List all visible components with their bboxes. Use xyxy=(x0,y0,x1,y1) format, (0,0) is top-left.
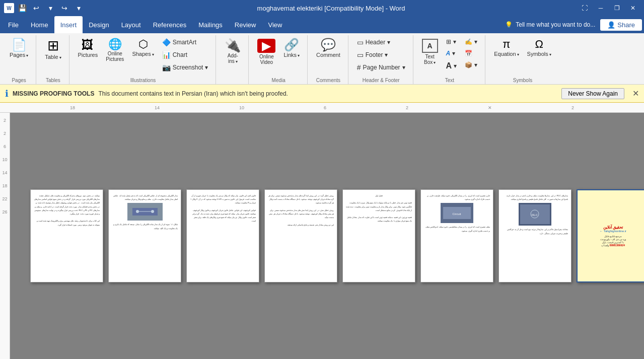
ribbon-group-tables: ⊞ Table▾ Tables xyxy=(37,35,69,84)
date-time-button[interactable]: 📅 xyxy=(461,48,481,59)
svg-text:RLC: RLC xyxy=(532,213,538,217)
smartart-button[interactable]: 🔷 SmartArt xyxy=(159,36,212,48)
ruler-numbers: 18 14 10 6 2 ✕ 2 xyxy=(10,105,634,110)
page-content-1: میباشد. در بخش دوم، نیروهای محرکه الکتری… xyxy=(31,190,103,282)
signature-line-button[interactable]: ✍ ▾ xyxy=(461,36,481,47)
pages-button[interactable]: 📄 Pages▾ xyxy=(6,36,32,60)
screenshot-button[interactable]: 📷 Screenshot ▾ xyxy=(159,61,212,74)
menu-mailings[interactable]: Mailings xyxy=(192,16,229,33)
shapes-button[interactable]: ⬡ Shapes▾ xyxy=(128,36,157,59)
pages-group-label: Pages xyxy=(12,78,26,83)
wordart-icon: A xyxy=(446,50,451,57)
page-thumbnail-3[interactable]: قانون اهم: این قانون بیان میکند که ولتاژ… xyxy=(186,189,259,282)
shapes-label: Shapes▾ xyxy=(132,51,154,57)
never-show-again-button[interactable]: Never Show Again xyxy=(561,88,624,99)
tell-me-input[interactable]: 💡 Tell me what you want to do... xyxy=(500,19,600,30)
screenshot-label: Screenshot xyxy=(173,64,203,71)
notification-close-button[interactable]: ✕ xyxy=(632,89,639,98)
menu-layout[interactable]: Layout xyxy=(115,16,147,33)
page-thumbnail-2[interactable]: مدار الکتریکی مجموعه ای از عناصر الکتریک… xyxy=(108,189,181,282)
header-icon: ▭ xyxy=(357,38,364,46)
undo-dropdown[interactable]: ▾ xyxy=(44,2,56,14)
redo-button[interactable]: ↪ xyxy=(58,2,70,14)
ribbon-group-header-footer-content: ▭ Header ▾ ▭ Footer ▾ # Page Number ▾ xyxy=(353,36,409,77)
undo-button[interactable]: ↩ xyxy=(30,2,42,14)
customize-qat-button[interactable]: ▾ xyxy=(73,2,85,14)
page-thumbnail-8[interactable]: تحقیق آنلاین Tahghighonline.ir ← مرجع دا… xyxy=(577,189,644,282)
comments-group-label: Comments xyxy=(316,78,340,83)
smartart-icon: 🔷 xyxy=(162,38,171,46)
menu-file[interactable]: File xyxy=(2,16,25,33)
equation-button[interactable]: π Equation▾ xyxy=(490,36,522,59)
page-thumbnail-5[interactable]: فصل اول قضیه تونن: هر مدار خطی با دو پای… xyxy=(342,189,415,282)
symbols-group-label: Symbols xyxy=(513,78,532,83)
links-button[interactable]: 🔗 Links▾ xyxy=(280,36,303,60)
page-number-dropdown: ▾ xyxy=(402,64,405,71)
save-button[interactable]: 💾 xyxy=(16,2,28,14)
notification-bar: ℹ MISSING PROOFING TOOLS This document c… xyxy=(0,85,644,103)
pages-area: میباشد. در بخش دوم، نیروهای محرکه الکتری… xyxy=(10,113,644,359)
text-box-icon: A xyxy=(422,39,438,53)
page-number-button[interactable]: # Page Number ▾ xyxy=(353,61,409,74)
screenshot-icon: 📷 xyxy=(162,63,171,71)
dropcap-button[interactable]: A ▾ xyxy=(443,59,461,73)
signature-line-icon: ✍ xyxy=(465,38,472,45)
lightbulb-icon: 💡 xyxy=(505,21,513,28)
online-video-button[interactable]: ▶ OnlineVideo xyxy=(254,36,279,67)
shapes-icon: ⬡ xyxy=(138,39,148,50)
ribbon-group-symbols: π Equation▾ Ω Symbols▾ Symbols xyxy=(486,35,559,84)
wordart-button[interactable]: A ▾ xyxy=(443,48,461,59)
ribbon-group-addins: 🔌 Add-ins▾ xyxy=(217,35,249,84)
menu-review[interactable]: Review xyxy=(229,16,262,33)
links-label: Links▾ xyxy=(283,52,300,58)
chart-button[interactable]: 📊 Chart xyxy=(159,49,212,61)
footer-button[interactable]: ▭ Footer ▾ xyxy=(353,49,409,61)
addins-label: Add-ins▾ xyxy=(228,53,238,64)
share-button[interactable]: 👤 Share xyxy=(600,19,642,31)
chart-icon: 📊 xyxy=(162,51,171,59)
text-box-button[interactable]: A TextBox▾ xyxy=(418,36,442,67)
footer-dropdown: ▾ xyxy=(385,51,388,58)
close-button[interactable]: ✕ xyxy=(626,1,640,15)
header-button[interactable]: ▭ Header ▾ xyxy=(353,36,409,48)
menu-design[interactable]: Design xyxy=(83,16,115,33)
online-pictures-icon: 🌐 xyxy=(108,39,122,50)
symbols-button[interactable]: Ω Symbols▾ xyxy=(524,36,555,59)
vertical-ruler: 2 2 6 10 14 18 22 26 xyxy=(0,113,10,359)
menu-bar: File Home Insert Design Layout Reference… xyxy=(0,16,644,33)
page-content-8-ad: تحقیق آنلاین Tahghighonline.ir ← مرجع دا… xyxy=(578,190,644,281)
addins-button[interactable]: 🔌 Add-ins▾ xyxy=(221,36,244,66)
table-button[interactable]: ⊞ Table▾ xyxy=(41,36,64,62)
online-video-label: OnlineVideo xyxy=(259,54,274,65)
menu-view[interactable]: View xyxy=(262,16,288,33)
svg-text:Circuit: Circuit xyxy=(452,212,461,216)
menu-home[interactable]: Home xyxy=(25,16,54,33)
restore-button[interactable]: ❐ xyxy=(610,1,624,15)
menu-insert[interactable]: Insert xyxy=(54,16,83,33)
page-thumbnail-6[interactable]: خازن عنصری است که انرژی را در میدان الکت… xyxy=(420,189,493,282)
ribbon-group-addins-content: 🔌 Add-ins▾ xyxy=(221,36,244,82)
comment-button[interactable]: 💬 Comment xyxy=(313,36,344,60)
header-dropdown: ▾ xyxy=(387,39,390,46)
menu-references[interactable]: References xyxy=(147,16,192,33)
online-pictures-button[interactable]: 🌐 OnlinePictures xyxy=(102,36,127,64)
circuit-image xyxy=(127,203,163,221)
minimize-button[interactable]: ─ xyxy=(594,1,608,15)
tell-me-label[interactable]: Tell me what you want to do... xyxy=(516,21,595,28)
object-button[interactable]: 📦 ▾ xyxy=(461,59,481,70)
ribbon-group-illustrations-content: 🖼 Pictures 🌐 OnlinePictures ⬡ Shapes▾ 🔷 … xyxy=(75,36,212,77)
ribbon-group-tables-content: ⊞ Table▾ xyxy=(41,36,64,77)
screen-mode-button[interactable]: ⛶ xyxy=(578,1,592,15)
page-thumbnail-7[interactable]: مدارهای RLC: در این مدارها مقاومت، سلف و… xyxy=(498,189,571,282)
addins-icon: 🔌 xyxy=(225,39,241,52)
notification-text: This document contains text in Persian (… xyxy=(98,90,288,97)
pictures-button[interactable]: 🖼 Pictures xyxy=(75,36,102,60)
page-content-3: قانون اهم: این قانون بیان میکند که ولتاژ… xyxy=(187,190,259,282)
tables-group-label: Tables xyxy=(46,78,60,83)
quick-parts-button[interactable]: ⊞ ▾ xyxy=(443,36,461,47)
page-thumbnail-4[interactable]: روش تحلیل گره: در این روش ابتدا گره های … xyxy=(264,189,337,282)
dropcap-icon: A xyxy=(446,61,452,70)
page-thumbnail-1[interactable]: میباشد. در بخش دوم، نیروهای محرکه الکتری… xyxy=(30,189,103,282)
chart-label: Chart xyxy=(173,51,187,58)
smartart-label: SmartArt xyxy=(173,39,196,46)
